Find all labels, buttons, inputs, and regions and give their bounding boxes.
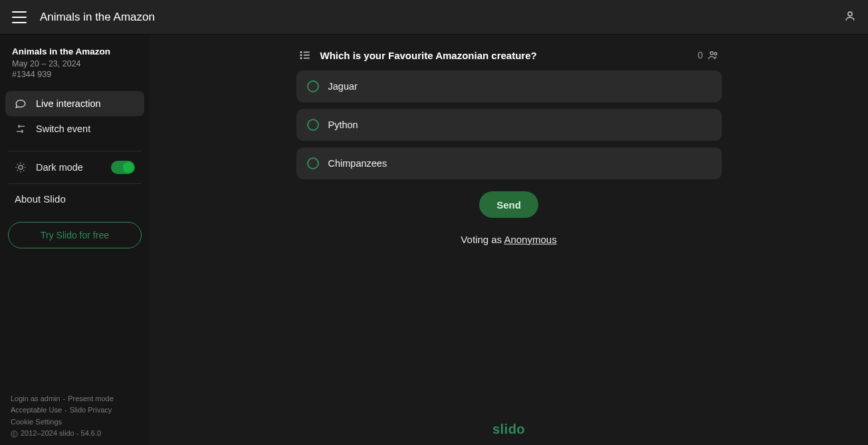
dark-mode-toggle[interactable] bbox=[111, 161, 135, 174]
svg-point-1 bbox=[19, 165, 23, 169]
main: Which is your Favourite Amazonian creatu… bbox=[150, 35, 868, 445]
radio-icon bbox=[307, 80, 319, 92]
dark-mode-icon bbox=[15, 161, 27, 173]
svg-point-9 bbox=[710, 52, 713, 55]
event-code: #1344 939 bbox=[12, 70, 138, 79]
svg-point-8 bbox=[300, 58, 302, 59]
user-avatar-button[interactable] bbox=[844, 10, 856, 25]
sidebar: Animals in the Amazon May 20 – 23, 2024 … bbox=[0, 35, 150, 445]
footer-present-mode[interactable]: Present mode bbox=[68, 395, 113, 402]
try-slido-button[interactable]: Try Slido for free bbox=[8, 222, 142, 248]
list-icon bbox=[299, 49, 311, 61]
copyright-icon bbox=[11, 430, 18, 438]
voting-as-name[interactable]: Anonymous bbox=[504, 234, 556, 245]
divider bbox=[8, 151, 142, 151]
footer-login-admin[interactable]: Login as admin bbox=[11, 395, 60, 402]
poll: Which is your Favourite Amazonian creatu… bbox=[296, 49, 722, 245]
footer-acceptable-use[interactable]: Acceptable Use bbox=[11, 406, 62, 414]
poll-question: Which is your Favourite Amazonian creatu… bbox=[320, 50, 537, 61]
dark-mode-label-wrap: Dark mode bbox=[15, 161, 83, 173]
svg-point-7 bbox=[300, 54, 302, 56]
radio-icon bbox=[307, 157, 319, 169]
sidebar-item-label: Switch event bbox=[36, 124, 90, 134]
event-title: Animals in the Amazon bbox=[12, 46, 138, 56]
svg-point-10 bbox=[714, 52, 716, 55]
sidebar-item-live-interaction[interactable]: Live interaction bbox=[5, 91, 144, 116]
participants-icon bbox=[707, 49, 719, 61]
chat-icon bbox=[15, 98, 27, 110]
about-slido-link[interactable]: About Slido bbox=[5, 193, 144, 205]
poll-option-label: Jaguar bbox=[328, 81, 358, 92]
participant-count-value: 0 bbox=[698, 50, 703, 60]
toggle-knob bbox=[123, 162, 134, 173]
poll-header: Which is your Favourite Amazonian creatu… bbox=[296, 49, 722, 61]
footer-slido-privacy[interactable]: Slido Privacy bbox=[70, 406, 112, 414]
switch-icon bbox=[15, 123, 27, 135]
poll-option[interactable]: Jaguar bbox=[296, 70, 722, 102]
poll-option[interactable]: Python bbox=[296, 109, 722, 141]
poll-title-row: Which is your Favourite Amazonian creatu… bbox=[299, 49, 537, 61]
menu-icon[interactable] bbox=[12, 11, 27, 23]
event-date: May 20 – 23, 2024 bbox=[12, 59, 138, 68]
dark-mode-label: Dark mode bbox=[36, 162, 83, 173]
svg-point-0 bbox=[848, 12, 852, 16]
user-icon bbox=[844, 10, 856, 22]
divider bbox=[8, 183, 142, 184]
poll-option[interactable]: Chimpanzees bbox=[296, 147, 722, 179]
app-title: Animals in the Amazon bbox=[40, 11, 155, 24]
poll-option-label: Python bbox=[328, 120, 358, 130]
svg-point-2 bbox=[11, 431, 17, 437]
sidebar-item-switch-event[interactable]: Switch event bbox=[5, 116, 144, 141]
footer-cookie-settings[interactable]: Cookie Settings bbox=[11, 418, 62, 426]
radio-icon bbox=[307, 119, 319, 131]
sidebar-footer: Login as admin-Present mode Acceptable U… bbox=[11, 393, 143, 440]
voting-as-prefix: Voting as bbox=[461, 234, 504, 245]
topbar-left: Animals in the Amazon bbox=[12, 11, 155, 24]
brand-logo: slido bbox=[492, 422, 525, 437]
poll-option-label: Chimpanzees bbox=[328, 158, 387, 169]
sidebar-item-label: Live interaction bbox=[36, 98, 101, 109]
body: Animals in the Amazon May 20 – 23, 2024 … bbox=[0, 35, 868, 445]
footer-copyright: 2012–2024 slido - 54.6.0 bbox=[21, 428, 101, 440]
footer-copyright-row: 2012–2024 slido - 54.6.0 bbox=[11, 428, 143, 440]
poll-participant-count: 0 bbox=[698, 49, 719, 61]
svg-point-6 bbox=[300, 52, 302, 53]
event-header: Animals in the Amazon May 20 – 23, 2024 … bbox=[5, 46, 144, 88]
voting-as: Voting as Anonymous bbox=[296, 234, 722, 245]
topbar: Animals in the Amazon bbox=[0, 0, 868, 35]
send-button[interactable]: Send bbox=[479, 191, 538, 218]
dark-mode-row: Dark mode bbox=[5, 161, 144, 174]
sidebar-nav: Live interaction Switch event bbox=[5, 91, 144, 141]
